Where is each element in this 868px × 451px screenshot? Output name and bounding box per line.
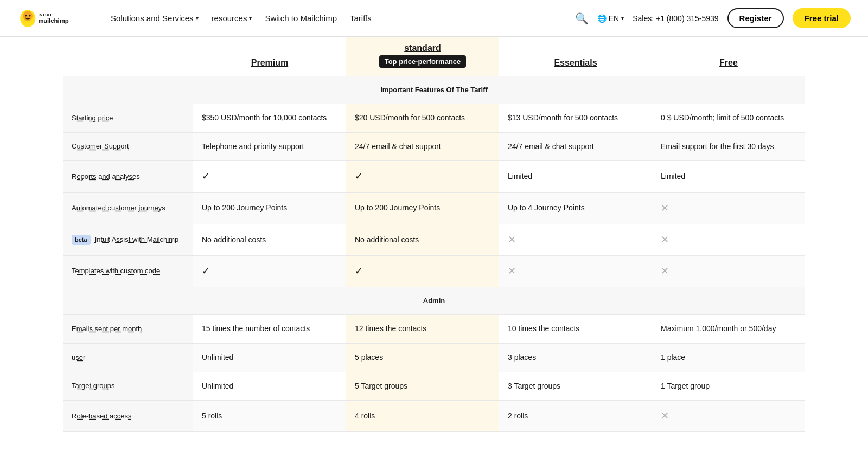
feature-label[interactable]: Intuit Assist with Mailchimp [95, 235, 179, 244]
cell-0: 15 times the number of contacts [193, 315, 346, 344]
cross-icon: ✕ [661, 410, 669, 421]
table-row: Reports and analyses✓✓LimitedLimited [63, 161, 805, 192]
nav-right: 🔍 🌐 EN ▾ Sales: +1 (800) 315-5939 Regist… [575, 8, 851, 28]
globe-icon: 🌐 [597, 14, 607, 23]
feature-label[interactable]: Role-based access [72, 412, 132, 420]
feature-label[interactable]: Reports and analyses [72, 172, 140, 181]
feature-label[interactable]: Target groups [72, 382, 115, 390]
feature-cell: Reports and analyses [63, 161, 193, 192]
cell-0: Up to 200 Journey Points [193, 192, 346, 224]
cell-value: $20 USD/month for 500 contacts [355, 113, 465, 122]
cell-value: No additional costs [355, 235, 419, 244]
feature-label[interactable]: Automated customer journeys [72, 204, 165, 212]
cell-value: Email support for the first 30 days [661, 142, 774, 151]
chevron-down-icon: ▾ [621, 15, 624, 21]
nav-tariffs[interactable]: Tariffs [350, 14, 372, 23]
feature-label[interactable]: Emails sent per month [72, 325, 142, 333]
table-row: userUnlimited5 places3 places1 place [63, 343, 805, 372]
cell-3: 0 $ USD/month; limit of 500 contacts [652, 104, 805, 133]
nav-resources[interactable]: resources ▾ [212, 14, 252, 23]
cell-0: Unlimited [193, 372, 346, 401]
cell-value: Maximum 1,000/month or 500/day [661, 324, 776, 333]
plan-premium-name[interactable]: Premium [251, 58, 288, 67]
feature-label[interactable]: Customer Support [72, 142, 129, 150]
logo[interactable]: INTUIT mailchimp [17, 7, 93, 30]
cell-value: 3 places [508, 353, 536, 362]
cell-3: Limited [652, 161, 805, 192]
cell-value: 0 $ USD/month; limit of 500 contacts [661, 113, 784, 122]
plan-essentials-name[interactable]: Essentials [554, 58, 597, 67]
cell-value: 10 times the contacts [508, 324, 579, 333]
logo-svg: INTUIT mailchimp [17, 7, 93, 30]
cell-value: 1 place [661, 353, 685, 362]
nav-switch[interactable]: Switch to Mailchimp [265, 14, 337, 23]
cross-icon: ✕ [661, 234, 669, 245]
table-row: Emails sent per month15 times the number… [63, 315, 805, 344]
plan-standard-name-wrap: standard [355, 43, 490, 53]
cell-3: Email support for the first 30 days [652, 132, 805, 161]
feature-cell: Templates with custom code [63, 255, 193, 287]
plan-premium-header: Premium [193, 37, 346, 76]
cell-value: 24/7 email & chat support [355, 142, 441, 151]
feature-cell: Automated customer journeys [63, 192, 193, 224]
table-row: Customer SupportTelephone and priority s… [63, 132, 805, 161]
cell-value: Up to 200 Journey Points [355, 203, 440, 212]
plan-essentials-header: Essentials [499, 37, 652, 76]
cell-2: Up to 4 Journey Points [499, 192, 652, 224]
cell-value: Unlimited [202, 353, 233, 362]
cell-0: Unlimited [193, 343, 346, 372]
feature-label[interactable]: Starting price [72, 114, 113, 122]
header-empty-cell [63, 37, 193, 76]
search-icon[interactable]: 🔍 [575, 12, 589, 25]
language-selector[interactable]: 🌐 EN ▾ [597, 14, 624, 23]
check-icon: ✓ [355, 171, 363, 182]
plan-standard-name[interactable]: standard [404, 43, 441, 53]
plan-free-name[interactable]: Free [719, 58, 738, 67]
svg-text:INTUIT: INTUIT [39, 12, 53, 17]
cell-value: $13 USD/month for 500 contacts [508, 113, 618, 122]
beta-feature-label: beta Intuit Assist with Mailchimp [72, 235, 184, 245]
cell-value: 24/7 email & chat support [508, 142, 594, 151]
free-trial-button[interactable]: Free trial [793, 8, 851, 28]
cell-1: No additional costs [346, 224, 499, 255]
cell-3: Maximum 1,000/month or 500/day [652, 315, 805, 344]
cell-3: ✕ [652, 255, 805, 287]
check-icon: ✓ [355, 266, 363, 276]
check-icon: ✓ [202, 266, 210, 276]
cell-3: ✕ [652, 224, 805, 255]
cell-value: Limited [661, 172, 685, 181]
cell-0: ✓ [193, 255, 346, 287]
cell-2: 3 places [499, 343, 652, 372]
feature-label[interactable]: user [72, 353, 85, 362]
cell-1: 12 times the contacts [346, 315, 499, 344]
check-icon: ✓ [202, 171, 210, 182]
cell-1: 24/7 email & chat support [346, 132, 499, 161]
register-button[interactable]: Register [727, 8, 784, 28]
cell-value: 1 Target group [661, 382, 710, 390]
cell-value: Up to 200 Journey Points [202, 203, 287, 212]
navbar: INTUIT mailchimp Solutions and Services … [0, 0, 868, 37]
cell-0: No additional costs [193, 224, 346, 255]
svg-point-3 [29, 15, 31, 17]
feature-cell: user [63, 343, 193, 372]
cell-2: 24/7 email & chat support [499, 132, 652, 161]
cell-value: 12 times the contacts [355, 324, 426, 333]
cell-3: ✕ [652, 401, 805, 432]
cell-value: 5 Target groups [355, 382, 407, 390]
feature-cell: Customer Support [63, 132, 193, 161]
cell-value: 3 Target groups [508, 382, 560, 390]
feature-label[interactable]: Templates with custom code [72, 267, 160, 275]
cell-2: 10 times the contacts [499, 315, 652, 344]
svg-point-2 [25, 15, 27, 17]
table-row: Automated customer journeysUp to 200 Jou… [63, 192, 805, 224]
cell-2: 2 rolls [499, 401, 652, 432]
cell-2: 3 Target groups [499, 372, 652, 401]
cell-0: $350 USD/month for 10,000 contacts [193, 104, 346, 133]
svg-point-1 [23, 11, 33, 21]
cell-2: ✕ [499, 224, 652, 255]
nav-solutions[interactable]: Solutions and Services ▾ [111, 14, 199, 23]
cell-value: 2 rolls [508, 411, 528, 420]
pricing-table: Premium standard Top price-performance E… [63, 37, 805, 432]
page-content: Premium standard Top price-performance E… [0, 37, 868, 451]
cross-icon: ✕ [661, 203, 669, 214]
